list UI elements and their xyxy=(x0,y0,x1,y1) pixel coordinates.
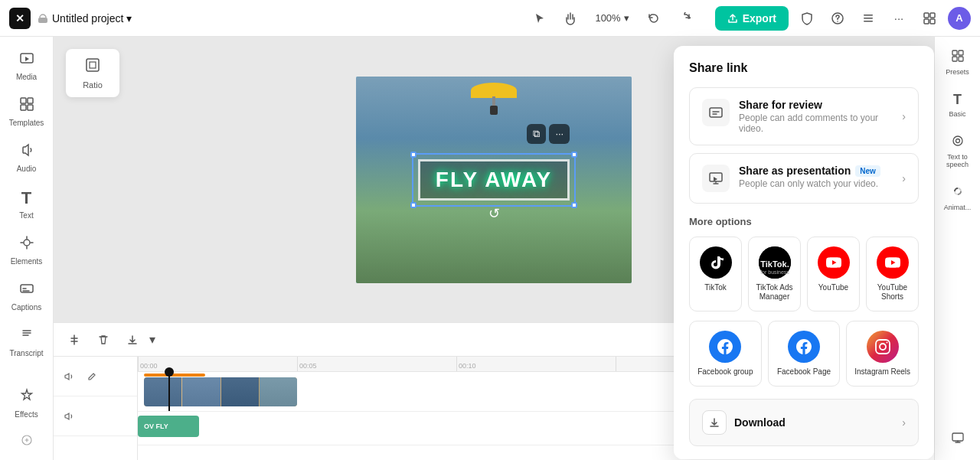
video-title-text: FLY AWAY xyxy=(418,159,570,201)
download-clip-button[interactable] xyxy=(121,328,144,351)
svg-rect-18 xyxy=(87,59,99,71)
video-more-button[interactable]: ··· xyxy=(549,124,570,144)
video-title-overlay: FLY AWAY ⧉ ··· ↺ xyxy=(356,77,632,283)
svg-rect-9 xyxy=(930,19,935,24)
audio-icon xyxy=(19,142,34,161)
youtube-label: YouTube xyxy=(818,283,848,292)
select-tool-button[interactable] xyxy=(528,6,552,31)
app-logo[interactable]: ✕ xyxy=(9,8,31,29)
ruler-mark-0: 00:00 xyxy=(138,357,297,371)
download-option[interactable]: Download › xyxy=(689,399,919,446)
volume-button-video[interactable] xyxy=(60,367,78,386)
media-icon xyxy=(19,51,34,70)
hand-tool-button[interactable] xyxy=(558,6,583,31)
share-presentation-chevron: › xyxy=(902,172,906,184)
social-facebook-group[interactable]: Facebook group xyxy=(689,321,762,387)
svg-rect-3 xyxy=(864,15,873,16)
elements-icon xyxy=(19,235,34,254)
user-avatar[interactable]: A xyxy=(948,7,971,30)
sidebar-item-templates[interactable]: Templates xyxy=(0,89,53,135)
social-grid-row1: TikTok TikTok.for business TikTok Ads Ma… xyxy=(689,237,919,312)
transcript-icon xyxy=(19,327,34,346)
basic-label: Basic xyxy=(949,110,965,119)
sidebar-item-transcript[interactable]: Transcript xyxy=(0,319,53,365)
video-duplicate-button[interactable]: ⧉ xyxy=(527,124,546,144)
right-sidebar-screen[interactable] xyxy=(935,425,980,454)
captions-icon xyxy=(19,281,34,300)
edit-track-button[interactable] xyxy=(83,367,101,386)
right-sidebar-basic[interactable]: T Basic xyxy=(935,86,980,125)
animate-icon xyxy=(951,184,965,201)
tts-icon xyxy=(951,134,965,151)
tiktok-icon xyxy=(700,246,732,279)
svg-rect-13 xyxy=(21,105,26,110)
social-facebook-page[interactable]: Facebook Page xyxy=(768,321,841,387)
sidebar-item-effects[interactable]: Effects xyxy=(0,380,53,426)
share-presentation-option[interactable]: Share as presentation New People can onl… xyxy=(689,153,919,204)
playhead[interactable] xyxy=(168,372,170,411)
svg-rect-14 xyxy=(28,105,33,110)
list-button[interactable] xyxy=(856,6,880,31)
sidebar-collapse-button[interactable] xyxy=(0,426,53,454)
right-sidebar: Presets T Basic Text to speech Animat... xyxy=(934,37,980,460)
svg-rect-7 xyxy=(930,13,935,18)
facebook-group-icon xyxy=(709,331,741,363)
zoom-chevron: ▾ xyxy=(624,12,629,24)
instagram-reels-label: Instagram Reels xyxy=(854,367,910,377)
social-tiktok[interactable]: TikTok xyxy=(689,237,742,312)
rotate-handle[interactable]: ↺ xyxy=(488,205,500,222)
share-presentation-icon xyxy=(702,165,730,192)
share-review-subtitle: People can add comments to your video. xyxy=(739,113,902,134)
share-presentation-title: Share as presentation New xyxy=(739,165,880,177)
ruler-mark-10: 00:10 xyxy=(456,357,616,371)
tiktok-ads-icon: TikTok.for business xyxy=(759,246,791,279)
svg-point-25 xyxy=(956,139,959,142)
presets-label: Presets xyxy=(946,68,969,77)
sidebar-item-captions[interactable]: Captions xyxy=(0,273,53,319)
zoom-level: 100% xyxy=(595,12,620,24)
more-options-button[interactable]: ··· xyxy=(887,6,911,31)
social-grid-row2: Facebook group Facebook Page Instagram R… xyxy=(689,321,919,387)
sidebar-item-media[interactable]: Media xyxy=(0,43,53,89)
share-review-option[interactable]: Share for review People can add comments… xyxy=(689,87,919,145)
youtube-shorts-icon xyxy=(877,246,909,279)
social-youtube-shorts[interactable]: YouTube Shorts xyxy=(866,237,919,312)
download-more-button[interactable]: ▾ xyxy=(145,328,159,351)
ratio-button[interactable]: Ratio xyxy=(66,49,119,97)
export-button[interactable]: Export xyxy=(715,6,789,31)
split-button[interactable] xyxy=(63,328,86,351)
sidebar-item-audio[interactable]: Audio xyxy=(0,135,53,181)
svg-rect-4 xyxy=(864,18,873,19)
canvas-video[interactable]: FLY AWAY ⧉ ··· ↺ xyxy=(356,77,632,283)
svg-rect-27 xyxy=(710,108,722,117)
redo-button[interactable] xyxy=(672,6,697,31)
right-sidebar-animate[interactable]: Animat... xyxy=(935,178,980,218)
layout-toggle-button[interactable] xyxy=(917,6,942,31)
zoom-control[interactable]: 100% ▾ xyxy=(589,12,635,24)
download-chevron: › xyxy=(902,416,906,429)
social-instagram-reels[interactable]: Instagram Reels xyxy=(846,321,919,387)
svg-rect-8 xyxy=(924,19,929,24)
text-clip-label: OV FLY xyxy=(144,422,168,430)
ruler-mark-5: 00:05 xyxy=(297,357,456,371)
share-panel-title: Share link xyxy=(689,61,919,75)
templates-label: Templates xyxy=(9,119,44,127)
project-title: Untitled project xyxy=(52,12,123,24)
sidebar-item-text[interactable]: T Text xyxy=(0,181,53,227)
shield-button[interactable] xyxy=(795,6,819,31)
social-youtube[interactable]: YouTube xyxy=(807,237,860,312)
sidebar-item-elements[interactable]: Elements xyxy=(0,227,53,273)
svg-rect-0 xyxy=(38,18,47,23)
youtube-icon xyxy=(818,246,850,279)
social-tiktok-ads[interactable]: TikTok.for business TikTok Ads Manager xyxy=(748,237,801,312)
delete-clip-button[interactable] xyxy=(92,328,115,351)
topbar-right: Export ··· A xyxy=(715,6,971,31)
volume-button-text[interactable] xyxy=(60,407,78,426)
help-button[interactable] xyxy=(825,6,850,31)
video-clip[interactable] xyxy=(144,377,297,406)
right-sidebar-tts[interactable]: Text to speech xyxy=(935,128,980,176)
undo-button[interactable] xyxy=(642,6,666,31)
right-sidebar-presets[interactable]: Presets xyxy=(935,43,980,83)
text-track-clip[interactable]: OV FLY xyxy=(138,416,199,437)
project-name-button[interactable]: Untitled project ▾ xyxy=(37,12,132,24)
